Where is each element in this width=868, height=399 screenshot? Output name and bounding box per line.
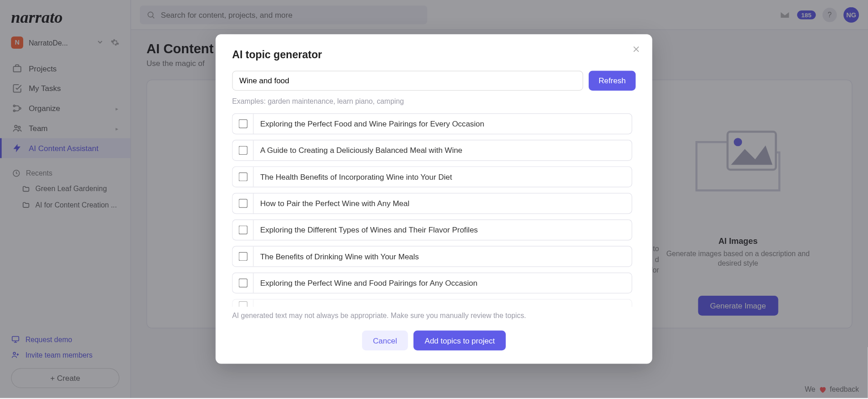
topic-text[interactable]: The Benefits of Drinking Wine with Your … (254, 247, 632, 267)
topic-text[interactable]: Exploring the Perfect Food and Wine Pair… (254, 114, 632, 134)
topic-checkbox[interactable] (239, 199, 247, 207)
topic-checkbox-wrap[interactable] (233, 273, 254, 293)
topic-text[interactable]: A Guide to Creating a Deliciously Balanc… (254, 141, 632, 161)
topic-checkbox-wrap[interactable] (233, 300, 254, 307)
topic-checkbox[interactable] (239, 172, 247, 181)
topic-input[interactable] (232, 71, 583, 91)
modal-actions: Cancel Add topics to project (232, 331, 636, 351)
topic-text[interactable]: Exploring the Different Types of Wines a… (254, 220, 632, 240)
topic-text[interactable]: The Health Benefits of Incorporating Win… (254, 167, 632, 187)
cancel-button[interactable]: Cancel (362, 331, 409, 351)
topic-checkbox[interactable] (239, 278, 247, 287)
topic-checkbox-wrap[interactable] (233, 193, 254, 213)
topic-row: Exploring the Perfect Food and Wine Pair… (232, 113, 632, 134)
refresh-button[interactable]: Refresh (589, 71, 636, 91)
topics-list[interactable]: Exploring the Perfect Food and Wine Pair… (232, 113, 636, 307)
topic-checkbox[interactable] (239, 252, 247, 261)
topic-checkbox[interactable] (239, 119, 247, 128)
topic-checkbox-wrap[interactable] (233, 167, 254, 187)
topic-row: How to Pair the Perfect Wine with Any Me… (232, 193, 632, 214)
topic-row: The Health Benefits of Incorporating Win… (232, 167, 632, 187)
ai-topic-generator-modal: AI topic generator Refresh Examples: gar… (216, 34, 652, 364)
topic-checkbox-wrap[interactable] (233, 141, 254, 161)
examples-hint: Examples: garden maintenance, learn pian… (232, 97, 636, 106)
topic-row: A Guide to Creating a Deliciously Balanc… (232, 140, 632, 161)
topic-row: Exploring the Different Types of Wines a… (232, 219, 632, 240)
topic-text[interactable] (254, 300, 632, 307)
topic-checkbox[interactable] (239, 146, 247, 155)
topic-checkbox[interactable] (239, 301, 247, 307)
topic-row (232, 299, 632, 307)
topic-checkbox-wrap[interactable] (233, 247, 254, 267)
modal-title: AI topic generator (232, 49, 636, 61)
topic-text[interactable]: Exploring the Perfect Wine and Food Pair… (254, 273, 632, 293)
disclaimer-text: AI generated text may not always be appr… (232, 311, 636, 319)
topic-text[interactable]: How to Pair the Perfect Wine with Any Me… (254, 193, 632, 213)
topic-row: Exploring the Perfect Wine and Food Pair… (232, 273, 632, 293)
add-topics-button[interactable]: Add topics to project (414, 331, 506, 351)
close-icon[interactable] (629, 42, 644, 56)
topic-checkbox[interactable] (239, 226, 247, 234)
topic-checkbox-wrap[interactable] (233, 114, 254, 134)
topic-row: The Benefits of Drinking Wine with Your … (232, 246, 632, 267)
topic-checkbox-wrap[interactable] (233, 220, 254, 240)
